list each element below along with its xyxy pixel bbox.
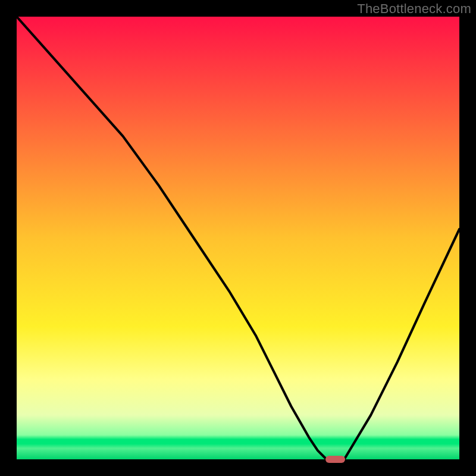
bottleneck-curve: [17, 17, 459, 459]
curve-path: [17, 17, 459, 459]
plot-area: [17, 17, 459, 459]
attribution-text: TheBottleneck.com: [357, 1, 471, 17]
optimal-point-marker: [325, 456, 345, 463]
chart-frame: TheBottleneck.com: [0, 0, 476, 476]
